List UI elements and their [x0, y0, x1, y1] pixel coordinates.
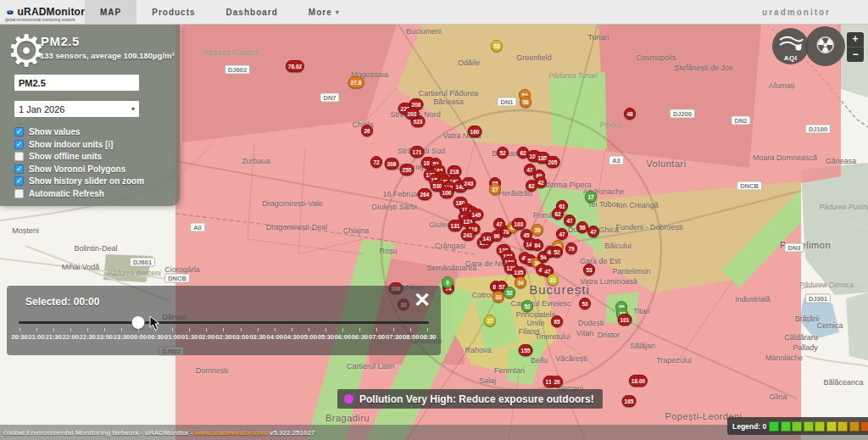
sensor-marker[interactable]: 264 — [418, 188, 432, 200]
legend-swatch — [781, 421, 791, 432]
sensor-marker[interactable]: 47 — [556, 228, 568, 240]
slider-track[interactable] — [19, 321, 429, 324]
checkbox-unchecked-icon[interactable] — [14, 189, 24, 198]
tab-dashboard[interactable]: Dashboard — [211, 0, 293, 24]
sensor-marker[interactable]: 0 — [442, 276, 453, 288]
sensor-marker[interactable]: 26 — [361, 125, 373, 136]
slider-tick-07-30: 07:30 — [393, 328, 395, 341]
sensor-marker[interactable]: 34 — [515, 276, 526, 288]
checkbox-automatic-refresh[interactable]: Automatic Refresh — [14, 189, 144, 198]
sensor-marker[interactable]: 52 — [521, 300, 533, 312]
slider-tick-02-30: 02:30 — [223, 328, 225, 341]
place-label: Domnești — [196, 366, 228, 375]
road-label: DN2 — [731, 116, 750, 125]
status-version: v5.322.251027 — [268, 429, 315, 437]
sensor-marker[interactable]: 53 — [491, 40, 503, 52]
chevron-down-icon: ▾ — [336, 8, 340, 16]
sensor-marker[interactable]: 53 — [583, 264, 595, 276]
sensor-marker[interactable]: 52 — [497, 147, 509, 159]
checkbox-label: Show values — [29, 127, 81, 136]
sensor-marker[interactable]: 241 — [461, 229, 476, 241]
sensor-search-input[interactable] — [14, 75, 139, 91]
sensor-marker[interactable]: 62 — [526, 180, 537, 192]
place-label: Salaj — [479, 376, 496, 385]
sensor-marker[interactable]: 65 — [551, 315, 563, 327]
sensor-marker[interactable]: 48 — [624, 108, 636, 120]
radiation-layer-button[interactable]: ☢ — [805, 26, 845, 66]
zoom-out-button[interactable]: − — [847, 47, 864, 62]
sensor-marker[interactable]: 27.8 — [348, 76, 364, 88]
sensor-marker[interactable]: 47 — [564, 214, 576, 226]
close-icon[interactable]: ✕ — [414, 289, 431, 311]
sensor-marker[interactable]: 31 — [547, 274, 559, 286]
place-label: Cosmopolis — [636, 53, 676, 62]
checkbox-checked-icon[interactable]: ✓ — [14, 140, 24, 149]
sensor-marker[interactable]: 131 — [448, 220, 463, 231]
sensor-marker[interactable]: 171 — [410, 146, 425, 158]
status-link[interactable]: www.uradmonitor.com — [195, 429, 268, 437]
sensor-marker[interactable]: 155 — [519, 344, 533, 356]
checkbox-show-history-slider-on-zoom[interactable]: ✓Show history slider on zoom — [14, 176, 144, 186]
sensor-marker[interactable]: 47 — [587, 226, 599, 237]
sensor-marker[interactable]: 106 — [440, 187, 454, 198]
aqi-layer-button[interactable]: AQI — [772, 28, 809, 64]
sensor-marker[interactable]: 58 — [520, 96, 531, 108]
road-label: DNCB — [737, 181, 762, 191]
sensor-marker[interactable]: 308 — [385, 158, 399, 170]
sensor-marker[interactable]: 243 — [462, 177, 476, 189]
sensor-marker[interactable]: 27 — [489, 183, 501, 195]
place-label: Ștefănești de Jos — [674, 64, 732, 72]
slider-tick-01-00: 01:00 — [172, 328, 174, 341]
sensor-marker[interactable]: 203 — [405, 108, 420, 120]
top-nav: uRADMonitor global environmental monitor… — [0, 0, 868, 25]
checkbox-unchecked-icon[interactable] — [14, 152, 24, 161]
slider-thumb[interactable] — [132, 316, 145, 329]
sensor-marker[interactable]: 79 — [565, 242, 577, 254]
checkbox-checked-icon[interactable]: ✓ — [14, 176, 24, 186]
sensor-marker[interactable]: 78.02 — [286, 60, 304, 72]
slider-tick-20-30: 20:30 — [19, 328, 20, 341]
sensor-marker[interactable]: 18.00 — [629, 375, 648, 387]
sensor-marker[interactable]: 72 — [370, 156, 382, 168]
place-label: Bălăceanca — [823, 378, 863, 387]
road-label: DN7 — [320, 93, 339, 103]
sensor-marker[interactable]: 149 — [470, 209, 484, 220]
sensor-marker[interactable]: 84 — [531, 239, 543, 251]
chevron-down-icon: ▾ — [131, 105, 135, 113]
sensor-marker[interactable]: 52 — [551, 246, 563, 258]
sensor-marker[interactable]: 101 — [618, 314, 632, 326]
sensor-marker[interactable]: 39 — [531, 224, 543, 236]
tab-map[interactable]: MAP — [85, 0, 136, 24]
nav-tabs: MAPProductsDashboardMore▾ — [85, 0, 355, 24]
checkbox-show-values[interactable]: ✓Show values — [14, 127, 144, 136]
checkbox-label: Show history slider on zoom — [29, 176, 144, 186]
sensor-marker[interactable]: 255 — [400, 164, 415, 175]
sensor-marker[interactable]: 62 — [552, 208, 564, 220]
sensor-marker[interactable]: 165 — [622, 395, 637, 407]
sensor-marker[interactable]: 52 — [504, 287, 515, 298]
tab-more[interactable]: More▾ — [293, 0, 355, 24]
zoom-in-button[interactable]: + — [847, 32, 864, 47]
checkbox-show-offline-units[interactable]: Show offline units — [14, 152, 144, 161]
sensor-marker[interactable]: 47 — [493, 218, 505, 230]
checkbox-checked-icon[interactable]: ✓ — [14, 127, 24, 136]
sensor-marker[interactable]: 33 — [492, 291, 504, 303]
tab-products[interactable]: Products — [136, 0, 210, 24]
sensor-marker[interactable]: 53 — [579, 298, 591, 309]
date-select[interactable]: 1 Jan 2026 ▾ — [14, 101, 139, 117]
mouse-cursor — [149, 315, 161, 331]
checkbox-checked-icon[interactable]: ✓ — [14, 164, 24, 174]
sensor-marker[interactable]: 27 — [484, 315, 496, 326]
uradmonitor-logo[interactable]: uRADMonitor global environmental monitor… — [0, 0, 85, 24]
sensor-marker[interactable]: 103 — [512, 218, 526, 230]
sensor-marker[interactable]: 160 — [468, 125, 482, 137]
checkbox-show-indoor-units-i-[interactable]: ✓Show indoor units [i] — [14, 140, 144, 149]
place-label: Cernica — [816, 321, 843, 330]
checkbox-show-voronoi-polygons[interactable]: ✓Show Voronoi Polygons — [14, 164, 144, 174]
sensor-marker[interactable]: 205 — [546, 156, 560, 168]
sensor-marker[interactable]: 20 — [551, 376, 563, 387]
legend-swatch — [804, 421, 814, 432]
sensor-marker[interactable]: 17 — [585, 191, 597, 203]
selected-time-label: Selected: 00:00 — [25, 296, 99, 308]
sensor-marker[interactable]: 58 — [576, 221, 588, 233]
